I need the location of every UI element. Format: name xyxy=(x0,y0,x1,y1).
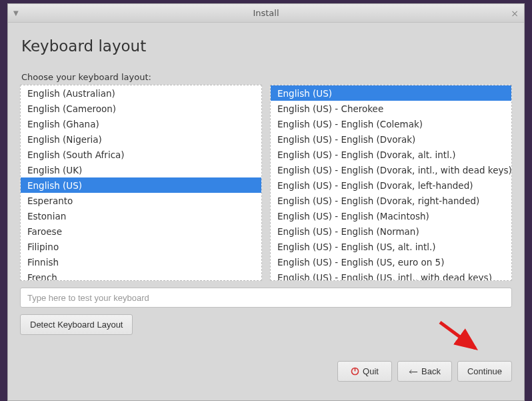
list-item[interactable]: English (Cameroon) xyxy=(21,101,261,116)
keyboard-language-list[interactable]: English (Australian)English (Cameroon)En… xyxy=(20,85,262,281)
list-item[interactable]: English (US) - English (Dvorak, right-ha… xyxy=(271,193,511,208)
list-item[interactable]: English (US) - English (US, euro on 5) xyxy=(271,254,511,270)
lists-container: English (Australian)English (Cameroon)En… xyxy=(20,85,512,281)
list-item[interactable]: English (Nigeria) xyxy=(21,131,261,147)
list-item[interactable]: English (US) - Cherokee xyxy=(271,101,511,116)
test-keyboard-input[interactable] xyxy=(20,288,512,308)
close-icon[interactable]: × xyxy=(511,8,519,19)
list-item[interactable]: English (US) - English (US, alt. intl.) xyxy=(271,239,511,254)
detect-keyboard-layout-button[interactable]: Detect Keyboard Layout xyxy=(20,314,133,335)
keyboard-variant-list[interactable]: English (US)English (US) - CherokeeEngli… xyxy=(270,85,512,281)
list-item[interactable]: English (Ghana) xyxy=(21,116,261,131)
list-item[interactable]: English (US) - English (Colemak) xyxy=(271,116,511,131)
prompt-label: Choose your keyboard layout: xyxy=(21,72,512,82)
list-item[interactable]: Esperanto xyxy=(21,193,261,208)
list-item[interactable]: English (US) - English (Macintosh) xyxy=(271,208,511,224)
list-item[interactable]: English (US) - English (Dvorak) xyxy=(271,131,511,147)
back-button[interactable]: 🡐 Back xyxy=(397,361,452,382)
list-item[interactable]: English (Australian) xyxy=(21,85,261,101)
content-area: Keyboard layout Choose your keyboard lay… xyxy=(8,23,524,400)
titlebar-menu-chevron-icon[interactable]: ▼ xyxy=(13,9,19,17)
footer-buttons: Quit 🡐 Back Continue xyxy=(20,346,512,394)
continue-button[interactable]: Continue xyxy=(457,361,512,382)
install-window: ▼ Install × Keyboard layout Choose your … xyxy=(7,3,525,401)
power-icon xyxy=(351,367,359,376)
list-item[interactable]: English (US) - English (Dvorak, left-han… xyxy=(271,177,511,193)
list-item[interactable]: English (US) - English (Dvorak, intl., w… xyxy=(271,162,511,177)
arrow-left-icon: 🡐 xyxy=(409,367,418,376)
list-item[interactable]: Faroese xyxy=(21,224,261,239)
continue-button-label: Continue xyxy=(467,366,502,376)
window-title: Install xyxy=(253,8,279,18)
list-item[interactable]: Finnish xyxy=(21,254,261,270)
list-item[interactable]: French xyxy=(21,270,261,281)
list-item[interactable]: English (US) xyxy=(271,85,511,101)
quit-button[interactable]: Quit xyxy=(337,361,392,382)
list-item[interactable]: English (US) - English (Dvorak, alt. int… xyxy=(271,147,511,162)
list-item[interactable]: English (US) - English (Norman) xyxy=(271,224,511,239)
quit-button-label: Quit xyxy=(363,366,379,376)
titlebar: ▼ Install × xyxy=(8,4,524,23)
list-item[interactable]: Estonian xyxy=(21,208,261,224)
back-button-label: Back xyxy=(421,366,441,376)
list-item[interactable]: English (South Africa) xyxy=(21,147,261,162)
list-item[interactable]: English (UK) xyxy=(21,162,261,177)
page-title: Keyboard layout xyxy=(21,37,512,55)
list-item[interactable]: Filipino xyxy=(21,239,261,254)
list-item[interactable]: English (US) - English (US, intl., with … xyxy=(271,270,511,281)
list-item[interactable]: English (US) xyxy=(21,177,261,193)
